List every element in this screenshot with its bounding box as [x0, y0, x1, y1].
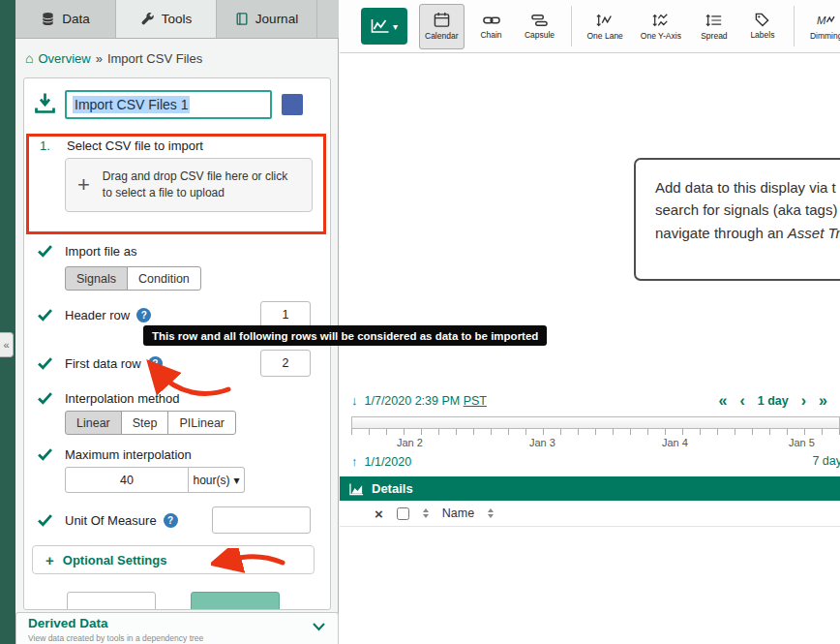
- timebar-scrubber[interactable]: [351, 416, 840, 429]
- chevron-down-icon: [312, 622, 326, 631]
- dimming-icon: M: [817, 13, 835, 28]
- tool-name-value: Import CSV Files 1: [73, 96, 190, 113]
- spread-button[interactable]: Spread: [693, 4, 735, 49]
- cancel-button[interactable]: [67, 592, 156, 610]
- unit-of-measure-label: Unit Of Measure ?: [65, 513, 178, 528]
- toolbar-separator: [571, 6, 572, 46]
- message-line: search for signals (aka tags): [655, 199, 840, 221]
- collapse-panel-handle[interactable]: «: [0, 332, 14, 357]
- chain-icon: [483, 14, 500, 27]
- toolbar-button-label: Labels: [750, 30, 774, 40]
- range-start-control: ↑ 1/1/2020: [351, 454, 411, 469]
- help-icon[interactable]: ?: [164, 513, 178, 528]
- area-chart-icon: [349, 482, 364, 496]
- journal-icon: [235, 12, 249, 26]
- step-number: 1.: [40, 138, 50, 153]
- tab-data[interactable]: Data: [15, 0, 116, 38]
- pilinear-option-button[interactable]: PILinear: [167, 411, 236, 435]
- one-lane-button[interactable]: One Lane: [582, 4, 629, 49]
- help-icon[interactable]: ?: [136, 308, 151, 322]
- step1-label: Select CSV file to import: [67, 138, 203, 153]
- calendar-button[interactable]: Calendar: [419, 4, 465, 49]
- interpolation-button-group: Linear Step PILinear: [65, 411, 236, 435]
- labels-button[interactable]: Labels: [741, 4, 784, 49]
- display-start-control: ↓ 1/7/2020 2:39 PM PST: [351, 393, 487, 408]
- spread-icon: [705, 13, 723, 28]
- time-range-controls: ↓ 1/7/2020 2:39 PM PST « ‹ 1 day › »: [351, 391, 831, 413]
- check-icon: [38, 309, 52, 322]
- time-step-controls: « ‹ 1 day › »: [719, 391, 827, 411]
- range-start-link[interactable]: 1/1/2020: [365, 455, 412, 469]
- details-table-header: × Name: [340, 501, 840, 527]
- optional-settings-toggle[interactable]: + Optional Settings: [32, 545, 315, 574]
- breadcrumb-separator: »: [96, 51, 103, 66]
- step-back-fast-icon[interactable]: «: [719, 391, 728, 411]
- first-data-row-input[interactable]: 2: [260, 350, 311, 377]
- execute-button[interactable]: [191, 592, 280, 610]
- tab-tools[interactable]: Tools: [116, 0, 217, 38]
- chevron-down-icon: ▾: [393, 21, 398, 32]
- investigate-range-row: ↑ 1/1/2020 7 day: [351, 454, 840, 472]
- max-interpolation-input-group: 40 hour(s) ▾: [65, 467, 245, 493]
- axis-tick-label: Jan 3: [529, 437, 555, 448]
- step-forward-fast-icon[interactable]: »: [819, 391, 827, 411]
- axis-tick-label: Jan 2: [397, 437, 423, 448]
- header-row-input[interactable]: 1: [260, 301, 311, 328]
- color-swatch-button[interactable]: [282, 94, 303, 115]
- app-window: « Data Tools Journal ⌂ Overview » Import…: [0, 0, 840, 644]
- toolbar-button-label: Dimming: [810, 31, 840, 41]
- unit-of-measure-input[interactable]: [212, 506, 311, 534]
- timebar-ticks: [351, 429, 840, 435]
- remove-all-icon[interactable]: ×: [375, 506, 383, 521]
- unit-value: hour(s): [193, 474, 229, 487]
- nav-tabbar: Data Tools Journal: [15, 0, 339, 39]
- step-option-button[interactable]: Step: [121, 411, 169, 435]
- toolbar-button-label: Capsule: [525, 30, 555, 40]
- select-all-checkbox[interactable]: [397, 507, 409, 520]
- tool-name-input[interactable]: Import CSV Files 1: [65, 90, 272, 119]
- toolbar-button-label: One Y-Axis: [641, 31, 681, 41]
- max-interpolation-input[interactable]: 40: [65, 467, 189, 493]
- condition-option-button[interactable]: Condition: [127, 266, 201, 291]
- csv-dropzone[interactable]: + Drag and drop CSV file here or click t…: [65, 158, 313, 212]
- left-panel: Data Tools Journal ⌂ Overview » Import C…: [15, 0, 339, 644]
- name-column-header[interactable]: Name: [442, 506, 474, 520]
- dropzone-text: Drag and drop CSV file here or click to …: [103, 169, 300, 202]
- tab-journal[interactable]: Journal: [217, 0, 317, 38]
- check-icon: [38, 448, 52, 461]
- wrench-icon: [140, 12, 155, 26]
- svg-text:M: M: [817, 14, 826, 25]
- dimming-button[interactable]: M Dimming: [804, 4, 840, 49]
- interpolation-method-label: Interpolation method: [65, 391, 180, 406]
- range-duration-label[interactable]: 7 day: [812, 454, 840, 468]
- signals-option-button[interactable]: Signals: [65, 266, 128, 291]
- help-icon[interactable]: ?: [148, 356, 163, 371]
- step-forward-icon[interactable]: ›: [801, 391, 806, 411]
- axis-tick-label: Jan 5: [789, 437, 815, 448]
- display-type-dropdown[interactable]: ▾: [361, 8, 407, 45]
- timezone-link[interactable]: PST: [464, 394, 487, 408]
- duration-label[interactable]: 1 day: [758, 394, 789, 408]
- csv-import-icon: [32, 90, 58, 116]
- unit-dropdown[interactable]: hour(s) ▾: [189, 467, 245, 493]
- one-y-axis-button[interactable]: One Y-Axis: [635, 4, 687, 49]
- derived-data-panel[interactable]: Derived Data View data created by tools …: [15, 612, 339, 644]
- home-icon[interactable]: ⌂: [25, 50, 33, 66]
- display-start-link[interactable]: 1/7/2020 2:39 PM PST: [365, 394, 487, 408]
- import-file-as-label: Import file as: [65, 244, 136, 259]
- trend-icon: [371, 18, 390, 34]
- sort-icon[interactable]: [423, 508, 429, 518]
- linear-option-button[interactable]: Linear: [65, 411, 122, 435]
- sort-icon[interactable]: [488, 508, 494, 518]
- step-back-icon[interactable]: ‹: [739, 391, 744, 411]
- display-toolbar: ▾ Calendar Chain Capsule One Lane O: [340, 0, 840, 53]
- breadcrumb-overview-link[interactable]: Overview: [38, 51, 90, 66]
- chain-button[interactable]: Chain: [470, 4, 513, 49]
- check-icon: [38, 392, 52, 405]
- toolbar-button-label: Calendar: [425, 31, 459, 41]
- optional-settings-label: Optional Settings: [63, 553, 167, 567]
- first-data-row-label: First data row ?: [65, 356, 163, 371]
- check-icon: [38, 514, 52, 527]
- capsule-button[interactable]: Capsule: [519, 4, 561, 49]
- one-y-axis-icon: [652, 13, 670, 28]
